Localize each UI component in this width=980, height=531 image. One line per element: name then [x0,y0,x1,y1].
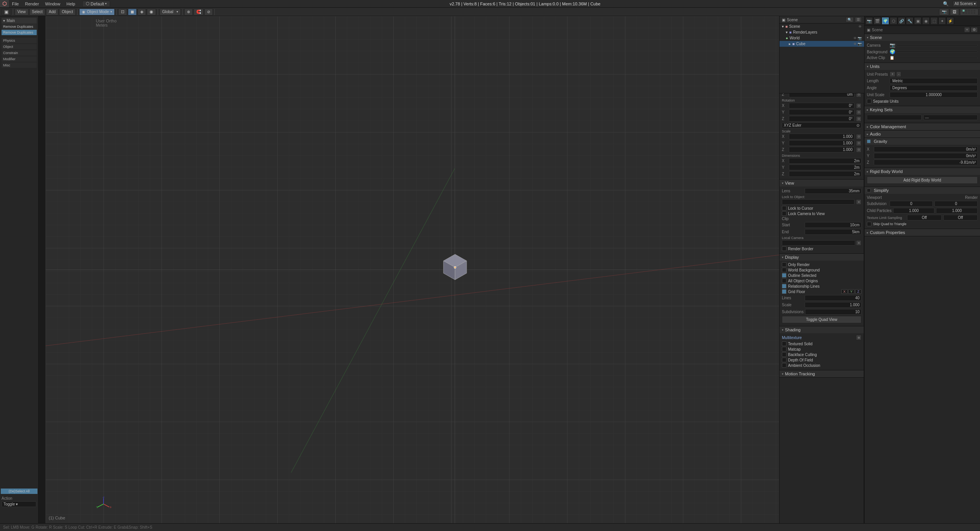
rot-mode-selector[interactable]: XYZ Euler ⊙ [782,122,861,128]
dim-z-val[interactable]: 2m [789,171,861,177]
only-render-check[interactable] [782,262,786,267]
viewport-3d[interactable]: User Ortho Meters [46,16,864,523]
material-props-tab[interactable]: ◉ [922,17,930,25]
data-props-tab[interactable]: ▣ [914,17,922,25]
viewport-shade-render[interactable]: ◉ [147,8,156,15]
dim-x-val[interactable]: 2m [789,158,861,164]
remove-duplicates-btn1[interactable]: Remove Duplicates [2,24,37,29]
clip-end-val[interactable]: 5km [805,229,861,235]
help-menu[interactable]: Help [63,0,78,7]
scale-y-val[interactable]: 1.000 [789,140,854,146]
all-scenes-selector[interactable]: All Scenes ▾ [953,1,978,7]
gravity-x-value[interactable]: 0m/s² [874,146,978,152]
lock-object-clear[interactable]: ✕ [856,199,861,205]
local-camera-clear[interactable]: ✕ [856,240,861,246]
misc-tab[interactable]: Misc [2,63,37,68]
proportional-edit[interactable]: ⊘ [204,8,213,15]
layers-btn[interactable] [960,8,978,15]
world-view-icon[interactable]: 👁 [853,36,857,40]
main-section-header[interactable]: ▾ Main [2,18,37,24]
scale-x-lock[interactable]: ⊙ [856,134,861,139]
scene-add-btn[interactable]: + [964,27,970,32]
modifiers-props-tab[interactable]: 🔧 [906,17,914,25]
add-menu-btn[interactable]: Add [46,8,58,15]
scene-settings-btn[interactable]: ⚙ [971,27,978,32]
select-menu-btn[interactable]: Select [29,8,46,15]
viewport-shade-material[interactable]: ◈ [138,8,146,15]
transform-orientation[interactable]: Global ▾ [160,8,181,15]
modifiers-tab[interactable]: Modifier [2,56,37,62]
custom-props-header[interactable]: ▸ Custom Properties [865,229,980,236]
deselect-all-btn[interactable]: (De)Select All [1,489,37,494]
outliner-filter[interactable]: ☰ [855,17,862,22]
unit-presets-remove[interactable]: - [896,71,901,77]
depth-of-field-check[interactable] [782,358,786,362]
object-tab[interactable]: Object [2,44,37,49]
all-obj-origins-check[interactable] [782,278,786,283]
subdivision-viewport[interactable]: 0 [890,201,933,207]
keying-section-header[interactable]: ▸ Keying Sets [865,106,980,113]
rot-y-val[interactable]: 0° [789,109,854,115]
rot-y-lock[interactable]: ⊙ [856,110,861,115]
world-props-tab[interactable]: 🌍 [881,17,889,25]
scale-val[interactable]: 1.000 [805,302,861,308]
physics-props-tab[interactable]: ⚡ [946,17,954,25]
world-render-icon[interactable]: 📷 [858,36,862,40]
outliner-search[interactable]: 🔍 [846,17,854,22]
blender-menu[interactable]: ⬡ [0,0,9,7]
unit-presets-add[interactable]: + [890,71,895,77]
viewport-shade-wire[interactable]: ⊡ [118,8,127,15]
object-props-tab[interactable]: ⬡ [890,17,897,25]
subdivision-render[interactable]: 0 [934,201,978,207]
add-rigid-body-btn[interactable]: Add Rigid Body World [867,176,978,184]
clip-start-val[interactable]: 10cm [805,222,861,228]
render-tab[interactable]: Physics [2,38,37,43]
rot-x-lock[interactable]: ⊙ [856,103,861,109]
camera-value[interactable] [896,44,978,46]
dim-y-val[interactable]: 2m [789,165,861,170]
lock-cursor-check[interactable] [782,206,786,210]
particles-props-tab[interactable]: ✦ [938,17,946,25]
gravity-z-value[interactable]: -9.81m/s² [874,159,978,165]
lines-val[interactable]: 40 [805,295,861,301]
skip-quad-check[interactable] [867,222,871,226]
remove-duplicates-btn2[interactable]: Remove Duplicates [2,30,37,35]
grid-x-check[interactable]: X [841,289,848,294]
outline-selected-check[interactable] [782,273,786,278]
render-menu[interactable]: Render [22,0,42,7]
outliner-renderlayers-item[interactable]: ▾ ■ RenderLayers [780,29,864,35]
grid-y-check[interactable]: Y [848,289,854,294]
snap-btn[interactable]: 🧲 [194,8,204,15]
world-bg-check[interactable] [782,268,786,272]
scale-x-val[interactable]: 1.000 [789,134,854,139]
lock-camera-check[interactable] [782,211,786,216]
editor-type-btn[interactable]: ▣ [2,8,11,15]
viewport-shade-solid[interactable]: ◼ [128,8,137,15]
multitexture-expand[interactable]: ⊕ [856,335,861,340]
length-value[interactable]: Metric [890,78,978,84]
background-value[interactable] [896,51,978,53]
subdivisions-val[interactable]: 10 [805,309,861,315]
scale-y-lock[interactable]: ⊙ [856,141,861,146]
render-border-check[interactable] [782,246,786,251]
grid-z-check[interactable]: Z [855,289,861,294]
matcap-check[interactable] [782,347,786,351]
child-particles-r[interactable]: 1.000 [936,208,978,214]
rigid-body-header[interactable]: ▸ Rigid Body World [865,168,980,175]
texture-limit-val[interactable]: Off [907,215,942,221]
scale-z-val[interactable]: 1.000 [789,147,854,153]
view-header[interactable]: ▾ View [780,180,864,187]
mode-selector[interactable]: ◉ Object Mode ▾ [79,8,115,15]
separate-units-check[interactable] [867,99,871,103]
camera-btn[interactable]: 📷 [939,8,949,15]
ambient-occlusion-check[interactable] [782,363,786,368]
keying-name[interactable] [867,115,922,120]
file-menu[interactable]: File [9,0,22,7]
simplify-header[interactable]: Simplify [865,187,980,194]
rel-lines-check[interactable] [782,284,786,288]
gravity-check[interactable] [867,139,871,143]
render-props-tab[interactable]: 📷 [865,17,873,25]
cube-object[interactable] [438,250,472,286]
audio-header[interactable]: ▸ Audio [865,131,980,137]
gravity-section-header[interactable]: Gravity [865,138,980,145]
